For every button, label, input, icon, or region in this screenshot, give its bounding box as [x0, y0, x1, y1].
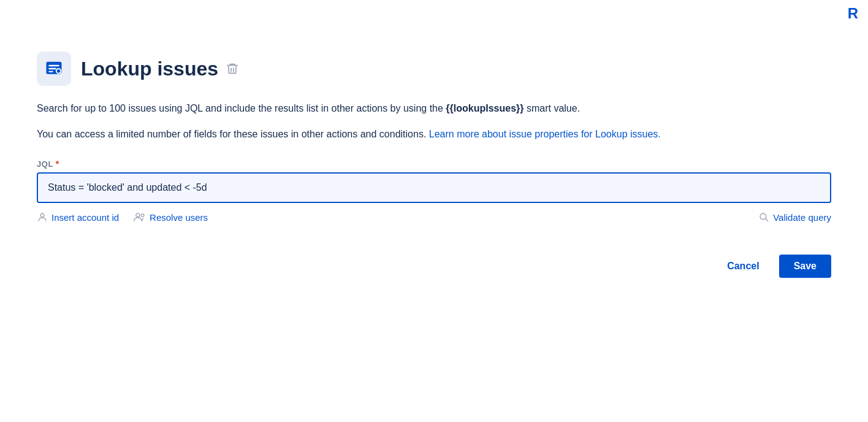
smart-value: {{lookupIssues}}	[446, 103, 523, 113]
resolve-users-button[interactable]: Resolve users	[134, 209, 208, 225]
insert-account-id-label: Insert account id	[51, 212, 119, 223]
learn-more-link[interactable]: Learn more about issue properties for Lo…	[429, 129, 661, 139]
svg-point-10	[141, 214, 144, 217]
validate-query-button[interactable]: Validate query	[758, 209, 831, 225]
svg-point-8	[40, 213, 44, 217]
description-line1: Search for up to 100 issues using JQL an…	[37, 101, 809, 117]
footer-row: Cancel Save	[37, 255, 831, 278]
jql-input[interactable]	[37, 172, 831, 203]
jql-label: JQL *	[37, 159, 831, 169]
description-line2: You can access a limited number of field…	[37, 126, 809, 142]
save-button[interactable]: Save	[779, 255, 831, 278]
validate-query-label: Validate query	[773, 212, 831, 223]
title-area: Lookup issues	[81, 58, 239, 80]
svg-line-12	[766, 219, 768, 221]
cancel-button[interactable]: Cancel	[717, 255, 769, 278]
delete-icon[interactable]	[226, 62, 239, 75]
top-bar-letter: R	[848, 5, 858, 22]
insert-account-id-button[interactable]: Insert account id	[37, 209, 119, 225]
page-title: Lookup issues	[81, 58, 218, 80]
resolve-users-label: Resolve users	[150, 212, 208, 223]
svg-point-9	[136, 213, 140, 217]
users-icon	[134, 212, 146, 223]
svg-rect-1	[48, 65, 59, 67]
svg-rect-2	[48, 68, 56, 70]
svg-rect-3	[48, 71, 53, 72]
account-icon	[37, 212, 48, 223]
lookup-issues-icon	[45, 59, 63, 78]
left-actions: Insert account id Resolve users	[37, 209, 208, 225]
search-icon	[758, 212, 769, 223]
required-indicator: *	[56, 159, 59, 169]
lookup-issues-icon-box	[37, 52, 71, 86]
header-row: Lookup issues	[37, 52, 831, 86]
action-row: Insert account id Resolve users	[37, 209, 831, 225]
